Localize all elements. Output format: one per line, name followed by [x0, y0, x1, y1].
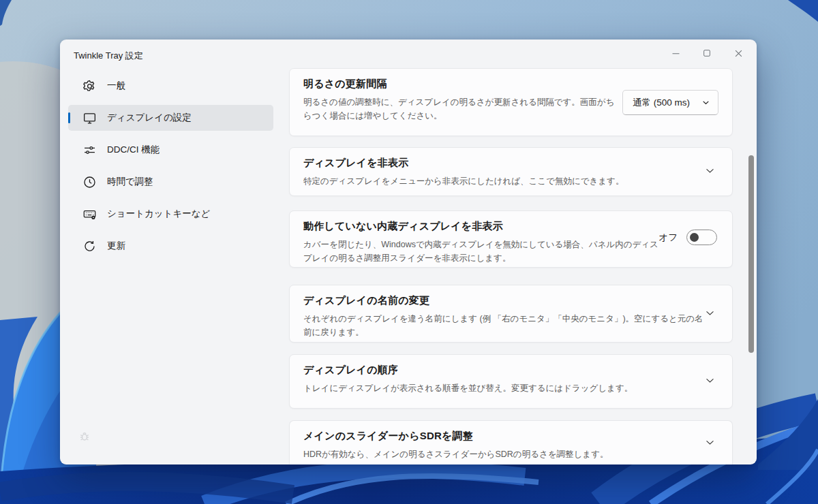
sliders-icon	[82, 143, 97, 157]
window-title: Twinkle Tray 設定	[74, 50, 143, 62]
hide-internal-display-toggle[interactable]	[686, 230, 717, 245]
card-description: それぞれのディスプレイを違う名前にします (例 「右のモニタ」「中央のモニタ」)…	[303, 312, 710, 340]
card-title: 明るさの更新間隔	[303, 78, 718, 91]
card-hide-displays: ディスプレイを非表示 特定のディスプレイをメニューから非表示にしたければ、ここで…	[289, 147, 733, 196]
card-description: 明るさの値の調整時に、ディスプレイの明るさが更新される間隔です。画面がちらつく場…	[303, 95, 621, 123]
maximize-button[interactable]	[691, 42, 723, 64]
toggle-group: オフ	[658, 230, 717, 245]
twinkle-tray-settings-window: Twinkle Tray 設定	[60, 40, 757, 464]
sidebar-item-time-adjust[interactable]: 時間で調整	[68, 169, 273, 195]
sidebar-item-label: 時間で調整	[107, 176, 153, 188]
chevron-down-icon	[704, 437, 716, 450]
card-title: ディスプレイを非表示	[303, 157, 718, 170]
close-icon	[733, 48, 744, 59]
keyboard-gear-icon	[82, 207, 97, 221]
minimize-button[interactable]	[660, 42, 691, 64]
toggle-state-label: オフ	[658, 232, 678, 244]
gear-icon	[82, 79, 97, 93]
minimize-icon	[671, 48, 681, 59]
sidebar-item-display-settings[interactable]: ディスプレイの設定	[68, 105, 273, 131]
sidebar-item-label: 更新	[107, 240, 125, 252]
card-rename-displays: ディスプレイの名前の変更 それぞれのディスプレイを違う名前にします (例 「右の…	[289, 285, 733, 343]
card-sdr-brightness: メインのスライダーからSDRを調整 HDRが有効なら、メインの明るさスライダーか…	[289, 420, 733, 464]
sidebar-item-label: 一般	[107, 80, 125, 92]
scrollbar-thumb[interactable]	[748, 155, 754, 353]
card-title: ディスプレイの順序	[303, 364, 718, 377]
expand-button[interactable]	[703, 163, 717, 180]
selected-accent-bar	[68, 112, 70, 123]
card-brightness-update-interval: 明るさの更新間隔 明るさの値の調整時に、ディスプレイの明るさが更新される間隔です…	[289, 68, 733, 136]
card-display-order: ディスプレイの順序 トレイにディスプレイが表示される順番を並び替え。変更するには…	[289, 354, 733, 409]
desktop: Twinkle Tray 設定	[0, 0, 818, 504]
refresh-icon	[82, 239, 97, 253]
card-title: 動作していない内蔵ディスプレイを非表示	[303, 220, 718, 233]
card-description: HDRが有効なら、メインの明るさスライダーからSDRの明るさを調整します。	[303, 447, 718, 461]
sidebar-item-label: ディスプレイの設定	[107, 112, 192, 124]
sidebar-item-label: ショートカットキーなど	[107, 208, 210, 220]
maximize-icon	[702, 48, 712, 58]
bug-debug-icon[interactable]	[78, 429, 91, 444]
card-description: カバーを閉じたり、Windowsで内蔵ディスプレイを無効にしている場合、パネル内…	[303, 238, 659, 266]
card-hide-internal-display: 動作していない内蔵ディスプレイを非表示 カバーを閉じたり、Windowsで内蔵デ…	[289, 210, 733, 268]
chevron-down-icon	[704, 307, 716, 321]
sidebar-item-shortcuts[interactable]: ショートカットキーなど	[68, 201, 273, 227]
card-title: ディスプレイの名前の変更	[303, 294, 718, 307]
update-interval-select[interactable]: 通常 (500 ms)	[622, 90, 718, 115]
clock-icon	[82, 175, 97, 189]
expand-button[interactable]	[703, 373, 717, 390]
expand-button[interactable]	[703, 306, 717, 322]
chevron-down-icon	[704, 375, 716, 388]
sidebar-item-updates[interactable]: 更新	[68, 233, 273, 259]
select-value: 通常 (500 ms)	[633, 97, 690, 109]
sidebar-item-general[interactable]: 一般	[68, 73, 273, 99]
chevron-down-icon	[701, 98, 710, 107]
window-controls	[660, 42, 754, 64]
sidebar-item-ddcci[interactable]: DDC/CI 機能	[68, 137, 273, 163]
expand-button[interactable]	[703, 435, 717, 452]
settings-sidebar: 一般 ディスプレイの設定	[68, 73, 273, 265]
card-description: 特定のディスプレイをメニューから非表示にしたければ、ここで無効にできます。	[303, 174, 718, 188]
toggle-knob	[690, 233, 699, 242]
card-title: メインのスライダーからSDRを調整	[303, 430, 718, 443]
scrollbar	[748, 64, 755, 459]
monitor-icon	[82, 111, 97, 125]
sidebar-item-label: DDC/CI 機能	[107, 144, 160, 156]
chevron-down-icon	[704, 165, 716, 178]
close-button[interactable]	[723, 42, 754, 64]
card-description: トレイにディスプレイが表示される順番を並び替え。変更するにはドラッグします。	[303, 381, 718, 395]
